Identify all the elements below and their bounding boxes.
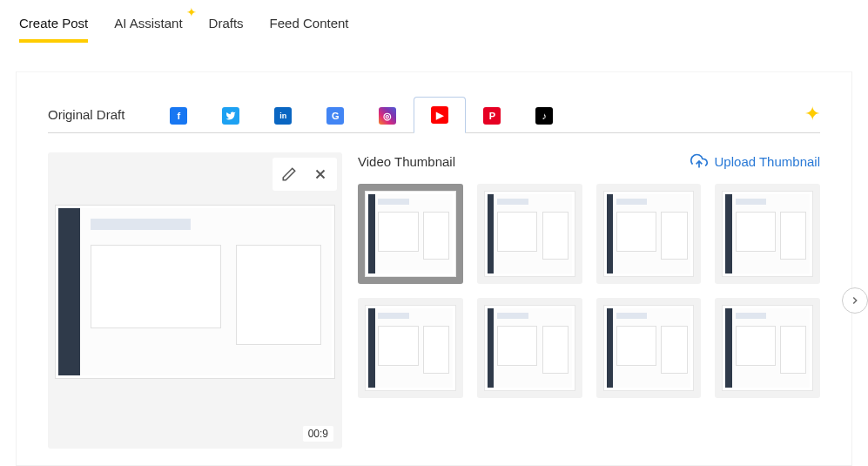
upload-thumbnail-button[interactable]: Upload Thumbnail [690,152,820,170]
network-tab-linkedin[interactable]: in [257,98,309,133]
thumbnail-grid: ✓ [358,184,820,398]
tab-create-post[interactable]: Create Post [19,9,88,43]
thumbnail-item[interactable] [358,298,463,398]
video-preview[interactable] [55,205,335,379]
pencil-icon [281,166,297,182]
thumbnail-column: Video Thumbnail Upload Thumbnail ✓ [358,152,820,449]
thumbnail-item[interactable] [596,184,702,284]
network-tabs: Original Draft f in G ◎ ▶ P ♪ ✦ [48,97,820,133]
google-icon: G [326,107,344,125]
sparkle-icon: ✦ [186,5,197,19]
edit-button[interactable] [274,159,304,189]
check-icon: ✓ [402,223,418,246]
video-duration: 00:9 [303,426,333,442]
original-draft-label[interactable]: Original Draft [48,98,135,132]
twitter-icon [222,107,239,125]
tiktok-icon: ♪ [535,107,553,125]
network-tab-pinterest[interactable]: P [466,98,518,133]
pinterest-icon: P [483,107,501,125]
thumbnail-item[interactable] [477,298,582,398]
scroll-right-button[interactable] [842,287,868,314]
video-toolbar [273,158,337,191]
thumbnail-item[interactable] [715,184,820,284]
top-nav: Create Post AI Assistant ✦ Drafts Feed C… [0,0,868,43]
close-icon [313,166,328,182]
network-tab-tiktok[interactable]: ♪ [518,98,570,133]
network-tab-youtube[interactable]: ▶ [414,97,466,133]
instagram-icon: ◎ [379,107,396,125]
thumbnail-item[interactable] [477,184,582,284]
video-card: 00:9 [48,152,342,449]
thumbnail-item[interactable]: ✓ [358,184,463,284]
facebook-icon: f [170,107,187,125]
youtube-icon: ▶ [431,106,448,124]
network-tab-facebook[interactable]: f [152,98,205,133]
video-preview-column: 00:9 [48,152,342,449]
chevron-right-icon [849,294,861,307]
network-tab-google[interactable]: G [309,98,361,133]
tab-ai-assistant[interactable]: AI Assistant ✦ [114,9,182,43]
thumbnail-title: Video Thumbnail [358,154,455,169]
close-button[interactable] [306,159,335,189]
thumbnail-item[interactable] [596,298,702,398]
linkedin-icon: in [274,107,292,125]
main-canvas: Original Draft f in G ◎ ▶ P ♪ ✦ [16,71,852,466]
thumbnail-item[interactable] [715,298,820,398]
network-tab-instagram[interactable]: ◎ [361,98,414,133]
cloud-upload-icon [690,152,708,170]
network-tab-twitter[interactable] [205,98,257,133]
tab-feed-content[interactable]: Feed Content [270,9,349,43]
sparkle-icon[interactable]: ✦ [804,103,820,125]
tab-drafts[interactable]: Drafts [209,9,244,43]
